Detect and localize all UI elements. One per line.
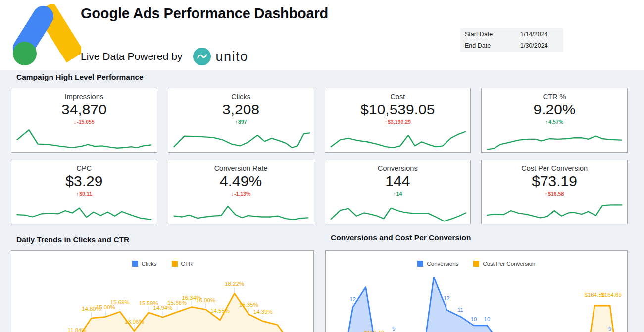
delta-arrow-icon: ↑: [385, 119, 387, 125]
unito-logo: unito: [193, 48, 248, 65]
svg-text:11.84%: 11.84%: [68, 327, 87, 332]
delta-arrow-icon: ↑: [76, 191, 79, 197]
sparkline-chart: [327, 198, 469, 223]
kpi-title: Cost: [325, 93, 471, 101]
svg-text:13.06%: 13.06%: [125, 319, 144, 325]
chart-panel-clicks-ctr: Clicks CTR 11.84%14.80%15.00%15.69%13.06…: [11, 250, 314, 332]
delta-arrow-icon: ↑: [545, 119, 548, 125]
kpi-value: 9.20%: [482, 101, 627, 118]
svg-text:18.22%: 18.22%: [225, 281, 244, 287]
svg-text:16.00%: 16.00%: [196, 297, 215, 303]
kpi-value: $3.29: [11, 173, 157, 190]
kpi-delta: ↑$16.58: [482, 191, 627, 197]
kpi-card-cost: Cost $10,539.05 ↑$3,190.29: [325, 88, 471, 153]
end-date-row: End Date 1/30/2024: [460, 40, 563, 51]
unito-wordmark: unito: [215, 49, 248, 64]
end-date-label: End Date: [460, 42, 520, 49]
legend-item-clicks[interactable]: Clicks: [132, 261, 157, 267]
svg-text:$164.69: $164.69: [601, 292, 621, 298]
google-ads-logo-icon: [7, 4, 81, 68]
kpi-card-cpc: CPC $3.29 ↑$0.11: [11, 160, 157, 224]
start-date-row: Start Date 1/14/2024: [460, 28, 563, 40]
svg-text:12: 12: [349, 296, 356, 302]
kpi-value: 144: [325, 173, 471, 190]
kpi-card-cost-per-conversion: Cost Per Conversion $73.19 ↑$16.58: [481, 160, 628, 224]
end-date-value[interactable]: 1/30/2024: [520, 42, 548, 49]
svg-text:15.35%: 15.35%: [239, 302, 258, 308]
svg-text:10: 10: [471, 316, 477, 322]
legend-swatch-conversions: [417, 261, 423, 267]
powered-by-text: Live Data Powered by: [81, 51, 182, 62]
kpi-delta: ↑$3,190.29: [325, 119, 471, 125]
svg-text:14.39%: 14.39%: [253, 309, 273, 315]
kpi-delta: ↑4.57%: [482, 119, 627, 125]
delta-arrow-icon: ↑: [393, 191, 396, 197]
chart-title-conversions: Conversions and Cost Per Conversion: [331, 233, 471, 242]
legend-swatch-clicks: [132, 261, 138, 267]
delta-text: -1.13%: [234, 191, 250, 197]
kpi-delta: ↓-15,055: [11, 119, 157, 125]
kpi-delta: ↑897: [168, 119, 314, 125]
legend-label: Conversions: [427, 261, 458, 267]
delta-text: 14: [396, 191, 402, 197]
kpi-card-conversions: Conversions 144 ↑14: [325, 160, 471, 224]
sparkline-chart: [484, 198, 625, 223]
kpi-title: CTR %: [482, 93, 627, 101]
sparkline-chart: [484, 126, 625, 151]
svg-text:$116.43: $116.43: [364, 330, 384, 332]
kpi-delta: ↑14: [325, 191, 471, 197]
delta-text: $16.58: [548, 191, 564, 197]
legend-label: Cost Per Conversion: [483, 261, 535, 267]
legend-swatch-ctr: [172, 261, 178, 267]
kpi-title: Conversions: [325, 165, 471, 172]
kpi-card-ctr: CTR % 9.20% ↑4.57%: [481, 88, 628, 153]
sparkline-chart: [327, 126, 469, 151]
dashboard-page: Google Ads Performance Dashboard Live Da…: [0, 0, 644, 332]
legend-swatch-cost-per-conversion: [473, 261, 479, 267]
powered-by-row: Live Data Powered by unito: [81, 48, 248, 65]
delta-text: -15,055: [77, 119, 95, 125]
kpi-card-clicks: Clicks 3,208 ↑897: [168, 88, 314, 153]
legend-label: Clicks: [142, 261, 157, 267]
section-title: Campaign High Level Performance: [16, 73, 144, 82]
delta-arrow-icon: ↑: [545, 191, 547, 197]
delta-text: 4.57%: [548, 119, 563, 125]
delta-arrow-icon: ↓: [231, 191, 234, 197]
kpi-title: Conversion Rate: [168, 165, 314, 172]
sparkline-chart: [170, 126, 312, 151]
legend-item-conversions[interactable]: Conversions: [417, 261, 458, 267]
sparkline-chart: [170, 198, 312, 223]
svg-text:11: 11: [457, 307, 463, 313]
kpi-value: $73.19: [482, 173, 627, 190]
header: Google Ads Performance Dashboard Live Da…: [0, 0, 644, 70]
legend-label: CTR: [181, 261, 193, 267]
kpi-value: 3,208: [168, 101, 314, 118]
delta-arrow-icon: ↑: [235, 119, 238, 125]
svg-text:10: 10: [484, 316, 491, 322]
svg-text:9: 9: [392, 326, 395, 332]
legend-item-cost-per-conversion[interactable]: Cost Per Conversion: [473, 261, 535, 267]
chart-legend: Clicks CTR: [11, 261, 313, 267]
kpi-title: Clicks: [168, 93, 314, 101]
date-range-panel[interactable]: Start Date 1/14/2024 End Date 1/30/2024: [460, 28, 563, 52]
svg-text:15.69%: 15.69%: [110, 299, 130, 305]
svg-text:12: 12: [444, 295, 450, 301]
chart-title-clicks-ctr: Daily Trends in Clicks and CTR: [16, 235, 129, 244]
svg-text:14.94%: 14.94%: [153, 305, 173, 311]
kpi-card-impressions: Impressions 34,870 ↓-15,055: [11, 88, 157, 153]
svg-text:9: 9: [608, 326, 611, 332]
page-title: Google Ads Performance Dashboard: [81, 5, 328, 22]
kpi-title: Cost Per Conversion: [482, 165, 627, 172]
start-date-value[interactable]: 1/14/2024: [520, 31, 548, 38]
start-date-label: Start Date: [460, 31, 520, 38]
chart-legend: Conversions Cost Per Conversion: [326, 261, 627, 267]
kpi-grid: Impressions 34,870 ↓-15,055 Clicks 3,208…: [11, 88, 628, 224]
kpi-title: CPC: [11, 165, 157, 172]
kpi-delta: ↑$0.11: [11, 191, 157, 197]
kpi-title: Impressions: [11, 93, 157, 101]
legend-item-ctr[interactable]: CTR: [172, 261, 193, 267]
delta-arrow-icon: ↓: [74, 119, 76, 125]
delta-text: 897: [238, 119, 247, 125]
svg-text:14.55%: 14.55%: [210, 308, 230, 314]
delta-text: $3,190.29: [388, 119, 411, 125]
